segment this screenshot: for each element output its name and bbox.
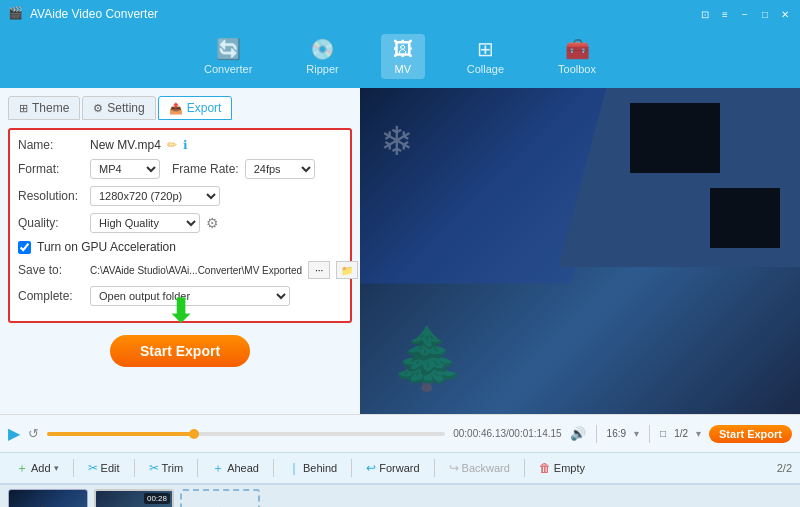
trim-label: Trim [162,462,184,474]
black-block-2 [710,188,780,248]
gpu-label: Turn on GPU Acceleration [37,240,176,254]
video-preview-panel: 🌲 ❄ [360,88,800,414]
aspect-ratio: 16:9 [607,428,626,439]
open-folder-button[interactable]: 📁 [336,261,358,279]
quality-control: High Quality Medium Quality Low Quality … [90,213,342,233]
ripper-icon: 💿 [310,37,335,61]
ahead-icon: ＋ [212,460,224,477]
sep-2 [134,459,135,477]
add-dropdown-icon[interactable]: ▾ [54,463,59,473]
tab-export-label: Export [187,101,222,115]
nav-ripper[interactable]: 💿 Ripper [294,33,350,79]
volume-icon[interactable]: 🔊 [570,426,586,441]
window-menu-btn[interactable]: ≡ [718,7,732,21]
quality-row: Quality: High Quality Medium Quality Low… [18,213,342,233]
resolution-row: Resolution: 1280x720 (720p) 1920x1080 (1… [18,186,342,206]
forward-icon: ↩ [366,461,376,475]
start-export-small-button[interactable]: Start Export [709,425,792,443]
thumbnail-strip: 🦅 00:28 ▶ ✂ ⚙ ＋ [0,484,800,507]
resolution-label: Resolution: [18,189,90,203]
tab-bar: ⊞ Theme ⚙ Setting 📤 Export [8,96,352,120]
framerate-select[interactable]: 24fps 30fps 60fps [245,159,315,179]
behind-button[interactable]: ｜ Behind [280,457,345,480]
sep-7 [524,459,525,477]
add-label: Add [31,462,51,474]
export-tab-icon: 📤 [169,102,183,115]
play-button[interactable]: ▶ [8,424,20,443]
black-block-1 [630,103,720,173]
start-export-button[interactable]: ⬇ Start Export [110,335,250,367]
snow-decoration: ❄ [380,118,414,164]
forward-button[interactable]: ↩ Forward [358,458,427,478]
nav-converter-label: Converter [204,63,252,75]
format-control: MP4 AVI MOV MKV Frame Rate: 24fps 30fps … [90,159,342,179]
nav-ripper-label: Ripper [306,63,338,75]
format-select[interactable]: MP4 AVI MOV MKV [90,159,160,179]
saveto-control: C:\AVAide Studio\AVAi...Converter\MV Exp… [90,261,358,279]
behind-label: Behind [303,462,337,474]
progress-fill [47,432,194,436]
nav-toolbox[interactable]: 🧰 Toolbox [546,33,608,79]
quality-indicator: □ [660,428,666,439]
backward-button[interactable]: ↪ Backward [441,458,518,478]
setting-icon: ⚙ [93,102,103,115]
start-export-small-label: Start Export [719,428,782,440]
tab-theme[interactable]: ⊞ Theme [8,96,80,120]
theme-icon: ⊞ [19,102,28,115]
nav-converter[interactable]: 🔄 Converter [192,33,264,79]
app-icon: 🎬 [8,6,24,22]
sep-1 [73,459,74,477]
video-preview: 🌲 ❄ [360,88,800,414]
name-row: Name: New MV.mp4 ✏ ℹ [18,138,342,152]
collage-icon: ⊞ [477,37,494,61]
trim-button[interactable]: ✂ Trim [141,458,192,478]
top-navigation: 🔄 Converter 💿 Ripper 🖼 MV ⊞ Collage 🧰 To… [0,28,800,88]
info-icon[interactable]: ℹ [183,138,188,152]
format-row: Format: MP4 AVI MOV MKV Frame Rate: 24fp… [18,159,342,179]
resolution-control: 1280x720 (720p) 1920x1080 (1080p) 854x48… [90,186,342,206]
progress-bar[interactable] [47,432,445,436]
gpu-checkbox[interactable] [18,241,31,254]
quality-level: 1/2 [674,428,688,439]
start-export-label: Start Export [140,343,220,359]
nav-mv[interactable]: 🖼 MV [381,34,425,79]
empty-label: Empty [554,462,585,474]
gpu-row: Turn on GPU Acceleration [18,240,342,254]
tab-setting[interactable]: ⚙ Setting [82,96,155,120]
edit-button[interactable]: ✂ Edit [80,458,128,478]
ahead-button[interactable]: ＋ Ahead [204,457,267,480]
name-label: Name: [18,138,90,152]
aspect-ratio-dropdown[interactable]: ▾ [634,428,639,439]
quality-dropdown[interactable]: ▾ [696,428,701,439]
window-close-btn[interactable]: ✕ [778,7,792,21]
format-label: Format: [18,162,90,176]
framerate-label: Frame Rate: [172,162,239,176]
window-minimize-btn[interactable]: − [738,7,752,21]
refresh-button[interactable]: ↺ [28,426,39,441]
name-control: New MV.mp4 ✏ ℹ [90,138,342,152]
resolution-select[interactable]: 1280x720 (720p) 1920x1080 (1080p) 854x48… [90,186,220,206]
complete-label: Complete: [18,289,90,303]
page-count: 2/2 [777,462,792,474]
backward-icon: ↪ [449,461,459,475]
add-icon: ＋ [16,460,28,477]
current-time: 00:00:46.13 [453,428,506,439]
sep-4 [273,459,274,477]
browse-path-button[interactable]: ··· [308,261,330,279]
thumbnail-2[interactable]: 00:28 ▶ ✂ ⚙ [94,489,174,508]
nav-collage[interactable]: ⊞ Collage [455,33,516,79]
main-content: ⊞ Theme ⚙ Setting 📤 Export Name: New MV.… [0,88,800,414]
quality-select[interactable]: High Quality Medium Quality Low Quality [90,213,200,233]
add-thumbnail-button[interactable]: ＋ [180,489,260,508]
quality-settings-icon[interactable]: ⚙ [206,215,219,231]
window-maximize-btn[interactable]: □ [758,7,772,21]
tab-setting-label: Setting [107,101,144,115]
nav-collage-label: Collage [467,63,504,75]
edit-name-icon[interactable]: ✏ [167,138,177,152]
tab-export[interactable]: 📤 Export [158,96,233,120]
window-chat-btn[interactable]: ⊡ [698,7,712,21]
empty-button[interactable]: 🗑 Empty [531,458,593,478]
complete-control: Open output folder Do nothing Shut down [90,286,342,306]
add-button[interactable]: ＋ Add ▾ [8,457,67,480]
thumbnail-1[interactable]: 🦅 [8,489,88,508]
